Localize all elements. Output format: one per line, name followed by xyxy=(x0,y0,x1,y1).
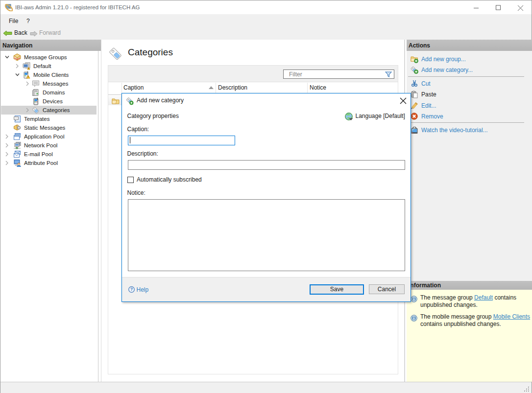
svg-text:?: ? xyxy=(130,287,133,292)
